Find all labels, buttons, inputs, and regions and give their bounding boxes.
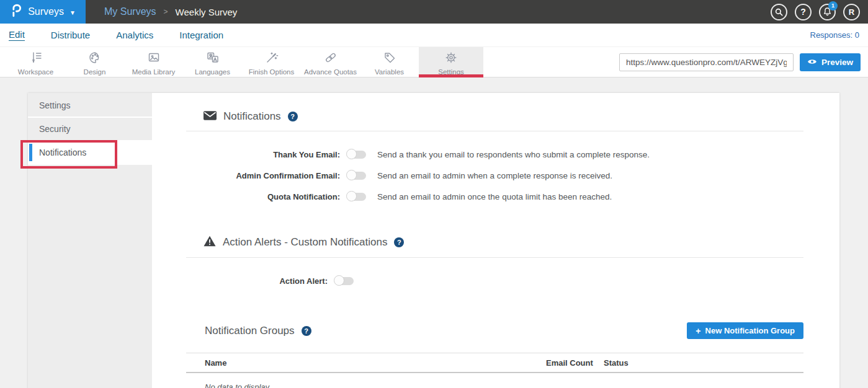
help-icon[interactable]: ? <box>302 326 311 336</box>
pencil-list-icon <box>29 50 43 68</box>
sidebar-item-label: Security <box>39 124 71 134</box>
new-notification-group-button[interactable]: + New Notification Group <box>687 322 803 339</box>
search-icon <box>774 7 784 17</box>
preview-button[interactable]: Preview <box>800 53 861 71</box>
product-label: Surveys <box>28 6 64 17</box>
notifications-section-header: Notifications ? <box>186 110 803 123</box>
avatar-initial: R <box>849 7 854 17</box>
toolbar-item-media-library[interactable]: Media Library <box>124 47 183 77</box>
tab-integration[interactable]: Integration <box>179 30 223 40</box>
admin-confirmation-email-toggle[interactable] <box>347 172 366 180</box>
chevron-down-icon: ▼ <box>69 9 76 16</box>
toolbar-item-settings[interactable]: Settings <box>419 47 483 77</box>
preview-button-label: Preview <box>821 58 853 67</box>
breadcrumb-my-surveys[interactable]: My Surveys <box>104 6 156 17</box>
thank-you-email-toggle[interactable] <box>347 151 366 159</box>
action-alert-row: Action Alert: <box>186 270 803 291</box>
translate-icon <box>205 50 220 68</box>
action-alert-toggle[interactable] <box>335 277 354 285</box>
toggle-description: Send a thank you email to respondents wh… <box>377 150 650 159</box>
top-bar: Surveys ▼ My Surveys > Weekly Survey ? <box>0 0 868 24</box>
tag-icon <box>382 50 397 68</box>
toolbar-right-group: Preview <box>619 47 868 77</box>
toggle-knob <box>334 275 344 286</box>
sidebar-item-label: Settings <box>39 100 71 110</box>
help-icon[interactable]: ? <box>394 237 404 247</box>
settings-card: Settings Security Notifications Notifica… <box>28 93 839 388</box>
toggle-knob <box>346 170 357 180</box>
action-alerts-section-header: Action Alerts - Custom Notifications ? <box>186 236 803 249</box>
quota-notification-toggle[interactable] <box>347 193 366 201</box>
action-alert-rows: Action Alert: <box>186 270 803 291</box>
notifications-button[interactable]: 1 <box>819 4 836 20</box>
notification-groups-table: Name Email Count Status No data to displ… <box>186 353 803 388</box>
settings-content-area: Settings Security Notifications Notifica… <box>0 77 868 388</box>
breadcrumb: My Surveys > Weekly Survey <box>104 6 237 17</box>
sidebar-item-security[interactable]: Security <box>28 118 152 141</box>
toolbar-item-label: Settings <box>438 68 464 76</box>
sidebar-item-settings[interactable]: Settings <box>28 94 152 118</box>
section-title: Notification Groups <box>205 325 295 337</box>
search-button[interactable] <box>771 4 787 20</box>
tab-analytics[interactable]: Analytics <box>116 30 153 40</box>
gear-icon <box>444 50 459 68</box>
toolbar-item-label: Media Library <box>132 68 176 76</box>
toggle-knob <box>346 191 357 201</box>
notifications-pane: Notifications ? Thank You Email: Send a … <box>152 93 839 388</box>
toggle-label: Thank You Email: <box>186 150 340 159</box>
section-title: Notifications <box>223 110 281 123</box>
breadcrumb-current-survey: Weekly Survey <box>176 7 238 17</box>
surveys-product-menu[interactable]: Surveys ▼ <box>0 0 86 24</box>
toggle-description: Send an email to admin once the quota li… <box>377 192 612 201</box>
table-header-row: Name Email Count Status <box>186 353 803 373</box>
section-title: Action Alerts - Custom Notifications <box>223 236 387 249</box>
edit-toolbar: Workspace Design Media Library <box>0 47 868 77</box>
column-header-status: Status <box>604 358 803 368</box>
admin-confirmation-email-row: Admin Confirmation Email: Send an email … <box>186 165 803 186</box>
warning-triangle-icon <box>204 236 216 249</box>
new-group-button-label: New Notification Group <box>705 326 795 335</box>
toolbar-item-languages[interactable]: Languages <box>183 47 242 77</box>
notification-groups-header: Notification Groups ? + New Notification… <box>186 322 803 339</box>
column-header-email-count: Email Count <box>546 358 604 368</box>
toolbar-item-advance-quotas[interactable]: Advance Quotas <box>301 47 360 77</box>
avatar[interactable]: R <box>843 4 860 20</box>
eye-icon <box>807 58 817 67</box>
toolbar-item-label: Design <box>84 68 106 76</box>
toggle-label: Quota Notification: <box>186 192 340 201</box>
toolbar-item-variables[interactable]: Variables <box>360 47 419 77</box>
toolbar-item-finish-options[interactable]: Finish Options <box>242 47 301 77</box>
breadcrumb-separator: > <box>164 7 168 16</box>
notification-toggle-rows: Thank You Email: Send a thank you email … <box>186 144 803 207</box>
sidebar-item-label: Notifications <box>39 148 86 157</box>
survey-nav-bar: Edit Distribute Analytics Integration Re… <box>0 24 868 47</box>
chain-link-icon <box>323 50 338 68</box>
toggle-description: Send an email to admin when a complete r… <box>377 171 612 180</box>
help-button[interactable]: ? <box>795 4 812 20</box>
toolbar-item-label: Variables <box>375 68 404 76</box>
toolbar-item-label: Finish Options <box>249 68 295 76</box>
help-icon[interactable]: ? <box>288 112 298 121</box>
column-header-name: Name <box>186 358 546 368</box>
table-empty-state: No data to display... <box>186 382 803 388</box>
palette-icon <box>87 50 102 68</box>
toggle-knob <box>346 149 357 159</box>
sidebar-item-notifications[interactable]: Notifications <box>28 141 152 165</box>
section-divider <box>186 131 803 131</box>
toolbar-item-design[interactable]: Design <box>65 47 124 77</box>
toolbar-item-workspace[interactable]: Workspace <box>6 47 65 77</box>
toolbar-item-label: Advance Quotas <box>304 68 357 76</box>
topbar-icon-group: ? 1 R <box>771 4 860 20</box>
envelope-icon <box>204 111 217 123</box>
magic-wand-icon <box>264 50 279 68</box>
help-icon: ? <box>800 7 806 17</box>
notification-count-badge: 1 <box>828 1 838 11</box>
tab-distribute[interactable]: Distribute <box>51 30 90 40</box>
plus-icon: + <box>696 326 700 336</box>
survey-url-input[interactable] <box>619 53 794 71</box>
responses-count[interactable]: Responses: 0 <box>810 30 860 40</box>
settings-sidebar: Settings Security Notifications <box>28 93 152 388</box>
notification-groups-title-wrap: Notification Groups ? <box>186 325 311 337</box>
quota-notification-row: Quota Notification: Send an email to adm… <box>186 186 803 207</box>
tab-edit[interactable]: Edit <box>9 29 25 41</box>
